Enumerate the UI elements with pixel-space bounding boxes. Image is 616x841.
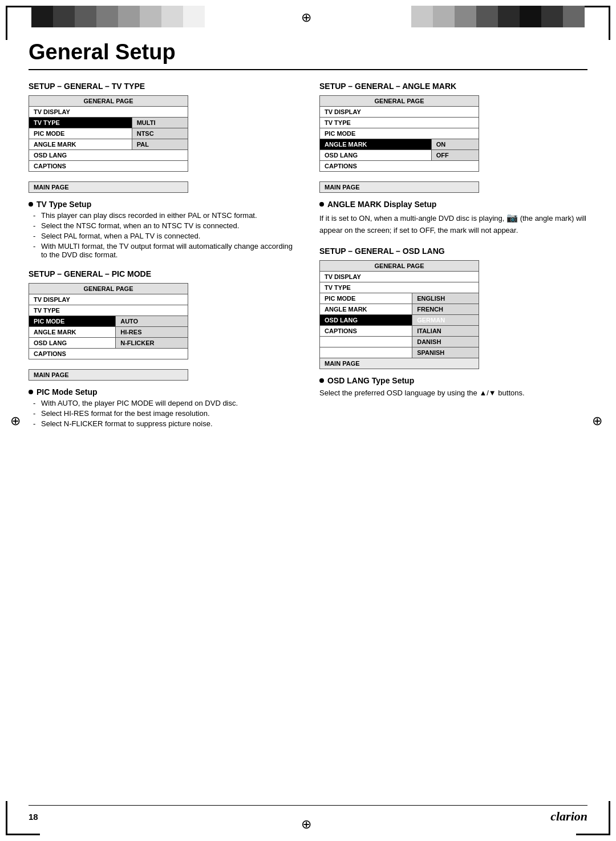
menu-cell-auto: AUTO	[116, 316, 188, 327]
color-swatch	[161, 6, 183, 27]
color-swatch	[31, 6, 53, 27]
menu-cell-empty	[320, 336, 412, 347]
bullet-dot	[319, 202, 324, 207]
bullet-list-tv-type: This player can play discs recorded in e…	[33, 211, 297, 259]
menu-spacer	[29, 359, 188, 370]
list-item: Select the NTSC format, when an to NTSC …	[33, 221, 297, 230]
menu-cell-captions: CAPTIONS	[29, 349, 188, 359]
menu-row: ANGLE MARK HI-RES	[29, 327, 188, 338]
menu-cell-pal: PAL	[132, 139, 188, 150]
list-item: With AUTO, the player PIC MODE will depe…	[33, 399, 297, 407]
menu-cell-osd-lang: OSD LANG	[320, 150, 432, 161]
menu-cell-tv-display: TV DISPLAY	[29, 294, 188, 305]
menu-cell-captions: CAPTIONS	[320, 161, 479, 172]
menu-cell-hires: HI-RES	[116, 327, 188, 338]
color-swatch	[563, 6, 585, 27]
menu-row: OSD LANG N-FLICKER	[29, 338, 188, 349]
bullet-section-pic-mode: PIC Mode Setup With AUTO, the player PIC…	[29, 387, 297, 428]
menu-cell-spanish: SPANISH	[412, 347, 479, 358]
menu-row: TV TYPE	[320, 118, 479, 128]
menu-table-pic-mode: GENERAL PAGE TV DISPLAY TV TYPE PIC MODE…	[29, 283, 188, 381]
menu-spacer	[320, 172, 479, 182]
brand-logo: clarion	[550, 809, 587, 824]
menu-row: TV TYPE	[29, 305, 188, 316]
color-swatch	[118, 6, 140, 27]
page-number: 18	[29, 812, 38, 822]
bullet-dot	[29, 202, 33, 207]
menu-cell-captions: CAPTIONS	[320, 325, 412, 336]
bullet-title-tv-type: TV Type Setup	[29, 200, 297, 209]
menu-table-tv-type: GENERAL PAGE TV DISPLAY TV TYPE MULTI PI…	[29, 95, 188, 193]
menu-row: CAPTIONS	[29, 349, 188, 359]
section-title-tv-type: SETUP – GENERAL – TV TYPE	[29, 82, 297, 91]
bullet-title-osd-lang: OSD LANG Type Setup	[319, 376, 587, 385]
menu-row: TV DISPLAY	[320, 107, 479, 118]
menu-header-row: GENERAL PAGE	[29, 284, 188, 294]
menu-row-main-page: MAIN PAGE	[320, 182, 479, 193]
menu-cell-captions: CAPTIONS	[29, 161, 188, 172]
menu-cell-off: Off	[431, 150, 479, 161]
menu-cell-multi: MULTI	[132, 118, 188, 128]
menu-cell-osd-lang: OSD LANG	[320, 314, 412, 325]
menu-cell-osd-lang: OSD LANG	[29, 150, 188, 161]
crosshair-top	[301, 10, 315, 24]
crosshair-left	[10, 414, 24, 427]
bullet-list-pic-mode: With AUTO, the player PIC MODE will depe…	[33, 399, 297, 428]
menu-spacer	[29, 172, 188, 182]
menu-row: PIC MODE ENGLISH	[320, 293, 479, 304]
list-item: With MULTI format, the TV output format …	[33, 242, 297, 259]
menu-cell-tv-type: TV TYPE	[29, 305, 188, 316]
menu-row-main-page: MAIN PAGE	[29, 182, 188, 193]
menu-cell-nflicker: N-FLICKER	[116, 338, 188, 349]
bottom-bar: 18 clarion	[29, 805, 587, 824]
color-swatch	[520, 6, 541, 27]
bullet-section-osd-lang: OSD LANG Type Setup Select the preferred…	[319, 376, 587, 399]
bullet-section-angle-mark: ANGLE MARK Display Setup If it is set to…	[319, 200, 587, 236]
top-swatches-right	[411, 6, 585, 27]
section-angle-mark: SETUP – GENERAL – ANGLE MARK GENERAL PAG…	[319, 82, 587, 236]
menu-row: OSD LANG GERMAN	[320, 314, 479, 325]
menu-cell-italian: ITALIAN	[412, 325, 479, 336]
color-swatch	[476, 6, 498, 27]
color-swatch	[411, 6, 433, 27]
menu-table-angle-mark: GENERAL PAGE TV DISPLAY TV TYPE PIC MODE…	[319, 95, 479, 193]
menu-cell-danish: DANISH	[412, 336, 479, 347]
menu-row-main-page: MAIN PAGE	[320, 358, 479, 369]
color-swatch	[541, 6, 563, 27]
right-column: SETUP – GENERAL – ANGLE MARK GENERAL PAG…	[319, 82, 587, 438]
menu-cell-pic-mode: PIC MODE	[29, 128, 132, 139]
menu-cell-french: FRENCH	[412, 304, 479, 314]
menu-row: ANGLE MARK On	[320, 139, 479, 150]
menu-cell-english: ENGLISH	[412, 293, 479, 304]
menu-cell-main-page: MAIN PAGE	[29, 182, 188, 193]
menu-cell-tv-display: TV DISPLAY	[29, 107, 188, 118]
page-title: General Setup	[29, 40, 587, 70]
color-swatch	[433, 6, 455, 27]
menu-cell-pic-mode: PIC MODE	[320, 128, 479, 139]
bullet-title-angle-mark: ANGLE MARK Display Setup	[319, 200, 587, 209]
menu-row: CAPTIONS	[320, 161, 479, 172]
section-title-osd-lang: SETUP – GENERAL – OSD LANG	[319, 246, 587, 256]
menu-cell-tv-display: TV DISPLAY	[320, 271, 479, 282]
menu-cell-tv-display: TV DISPLAY	[320, 107, 479, 118]
menu-row: PIC MODE	[320, 128, 479, 139]
bullet-title-pic-mode: PIC Mode Setup	[29, 387, 297, 397]
color-swatch	[140, 6, 161, 27]
crosshair-right	[592, 414, 606, 427]
menu-cell-angle-mark: ANGLE MARK	[320, 304, 412, 314]
menu-cell-pic-mode: PIC MODE	[320, 293, 412, 304]
bullet-section-tv-type: TV Type Setup This player can play discs…	[29, 200, 297, 259]
angle-mark-description: If it is set to ON, when a multi-angle D…	[319, 211, 587, 236]
color-swatch	[183, 6, 205, 27]
section-title-angle-mark: SETUP – GENERAL – ANGLE MARK	[319, 82, 587, 91]
menu-header-angle-mark: GENERAL PAGE	[320, 96, 479, 107]
bullet-dot	[319, 378, 324, 383]
left-column: SETUP – GENERAL – TV TYPE GENERAL PAGE T…	[29, 82, 297, 438]
menu-cell-pic-mode: PIC MODE	[29, 316, 116, 327]
menu-row-main-page: MAIN PAGE	[29, 370, 188, 381]
menu-cell-angle-mark: ANGLE MARK	[29, 327, 116, 338]
menu-row: PIC MODE AUTO	[29, 316, 188, 327]
section-tv-type: SETUP – GENERAL – TV TYPE GENERAL PAGE T…	[29, 82, 297, 259]
menu-row: TV DISPLAY	[29, 294, 188, 305]
menu-row: TV TYPE	[320, 282, 479, 293]
